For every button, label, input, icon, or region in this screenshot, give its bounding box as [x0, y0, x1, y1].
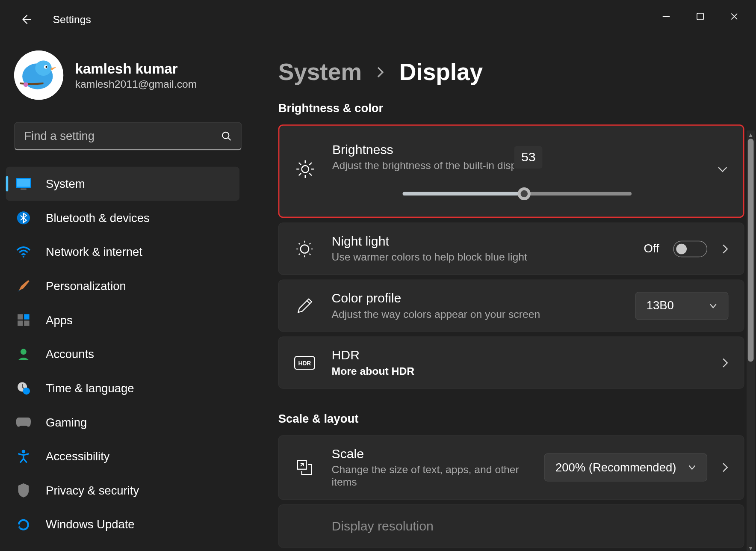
close-button[interactable] [717, 5, 751, 28]
scale-selected: 200% (Recommended) [555, 461, 676, 474]
brightness-card[interactable]: Brightness Adjust the brightness of the … [278, 124, 744, 218]
user-card[interactable]: kamlesh kumar kamlesh2011@gmail.com [0, 39, 256, 106]
sidebar-item-network[interactable]: Network & internet [6, 235, 239, 269]
arrow-left-icon [20, 14, 32, 25]
svg-line-29 [299, 173, 301, 175]
chevron-right-icon [376, 65, 385, 78]
sidebar-item-accessibility[interactable]: Accessibility [6, 439, 239, 474]
maximize-button[interactable] [683, 5, 718, 28]
minimize-button[interactable] [649, 5, 683, 28]
slider-fill [403, 192, 524, 196]
sidebar-item-label: System [46, 177, 85, 191]
scale-dropdown[interactable]: 200% (Recommended) [544, 453, 707, 482]
section-title-scale-layout: Scale & layout [278, 412, 744, 426]
chevron-down-icon [709, 303, 717, 309]
sidebar-item-apps[interactable]: Apps [6, 303, 239, 337]
breadcrumb-parent[interactable]: System [278, 59, 362, 85]
night-light-toggle[interactable] [673, 240, 707, 257]
display-resolution-card[interactable]: Display resolution [278, 504, 744, 548]
night-light-title: Night light [332, 234, 627, 249]
brightness-slider[interactable] [403, 192, 632, 196]
svg-line-28 [309, 163, 311, 165]
scrollbar-thumb[interactable] [748, 139, 754, 362]
avatar-bird-icon [14, 50, 63, 100]
svg-text:HDR: HDR [298, 360, 311, 366]
slider-thumb[interactable] [517, 187, 530, 200]
svg-line-26 [299, 163, 301, 165]
display-resolution-title: Display resolution [332, 518, 729, 534]
back-button[interactable] [19, 12, 33, 27]
sidebar-item-bluetooth[interactable]: Bluetooth & devices [6, 201, 239, 235]
hdr-title: HDR [332, 348, 705, 363]
sidebar-item-label: Accounts [46, 347, 94, 361]
gamepad-icon [14, 413, 33, 432]
sidebar-item-time-language[interactable]: Time & language [6, 371, 239, 406]
sidebar-item-privacy[interactable]: Privacy & security [6, 473, 239, 507]
scale-title: Scale [332, 446, 528, 462]
scrollbar[interactable]: ▲ ▼ [747, 130, 755, 551]
update-icon [14, 515, 33, 534]
svg-rect-16 [24, 320, 29, 326]
night-light-icon [294, 238, 315, 259]
wifi-icon [14, 243, 33, 261]
minimize-icon [662, 12, 670, 21]
scrollbar-down-icon[interactable]: ▼ [747, 544, 755, 551]
chevron-down-icon [688, 465, 696, 471]
brightness-subtitle: Adjust the brightness of the built-in di… [332, 160, 514, 172]
svg-point-5 [45, 66, 47, 68]
titlebar: Settings [0, 0, 756, 39]
svg-point-21 [302, 165, 309, 172]
night-light-state-label: Off [644, 242, 659, 256]
svg-rect-14 [24, 314, 29, 319]
maximize-icon [696, 12, 704, 21]
svg-line-38 [299, 253, 300, 255]
user-name: kamlesh kumar [75, 60, 197, 77]
resolution-icon [294, 515, 315, 536]
apps-icon [14, 311, 33, 329]
svg-rect-0 [697, 13, 703, 20]
system-icon [14, 175, 33, 193]
sidebar-item-gaming[interactable]: Gaming [6, 405, 239, 439]
hdr-card[interactable]: HDR HDR More about HDR [278, 337, 744, 389]
svg-point-7 [222, 132, 229, 138]
svg-point-19 [23, 388, 30, 394]
brightness-value-tooltip: 53 [514, 146, 543, 168]
color-profile-card[interactable]: Color profile Adjust the way colors appe… [278, 279, 744, 332]
scale-card[interactable]: Scale Change the size of text, apps, and… [278, 435, 744, 500]
sidebar-item-label: Apps [46, 313, 73, 327]
brightness-icon [295, 158, 316, 179]
sidebar-item-personalization[interactable]: Personalization [6, 269, 239, 303]
svg-rect-13 [18, 314, 23, 319]
chevron-right-icon[interactable] [721, 357, 728, 368]
chevron-down-icon[interactable] [717, 165, 728, 172]
svg-point-12 [23, 256, 24, 258]
main-content: System Display Brightness & color Bright… [256, 39, 756, 551]
shield-icon [14, 481, 33, 500]
sidebar-item-system[interactable]: System [6, 167, 239, 201]
sidebar-item-label: Privacy & security [46, 483, 139, 497]
scrollbar-up-icon[interactable]: ▲ [747, 130, 755, 139]
svg-rect-15 [18, 320, 23, 326]
sidebar-item-windows-update[interactable]: Windows Update [6, 507, 239, 542]
paintbrush-icon [14, 277, 33, 296]
search-box[interactable] [14, 122, 242, 151]
chevron-right-icon[interactable] [721, 462, 728, 473]
color-profile-dropdown[interactable]: 13B0 [635, 292, 729, 320]
night-light-card[interactable]: Night light Use warmer colors to help bl… [278, 222, 744, 275]
svg-line-36 [309, 253, 310, 255]
user-email: kamlesh2011@gmail.com [75, 78, 197, 90]
night-light-subtitle: Use warmer colors to help block blue lig… [332, 252, 627, 264]
color-profile-title: Color profile [332, 290, 619, 306]
chevron-right-icon[interactable] [721, 243, 728, 254]
left-column: kamlesh kumar kamlesh2011@gmail.com Syst… [0, 39, 256, 551]
breadcrumb-current: Display [399, 59, 483, 85]
person-icon [14, 345, 33, 364]
sidebar-item-label: Accessibility [46, 450, 110, 463]
svg-rect-10 [21, 189, 27, 190]
brightness-title: Brightness [332, 142, 514, 157]
search-input[interactable] [24, 129, 221, 143]
sidebar-item-accounts[interactable]: Accounts [6, 337, 239, 371]
color-profile-subtitle: Adjust the way colors appear on your scr… [332, 308, 619, 321]
sidebar-item-label: Time & language [46, 382, 134, 395]
bluetooth-icon [14, 208, 33, 227]
